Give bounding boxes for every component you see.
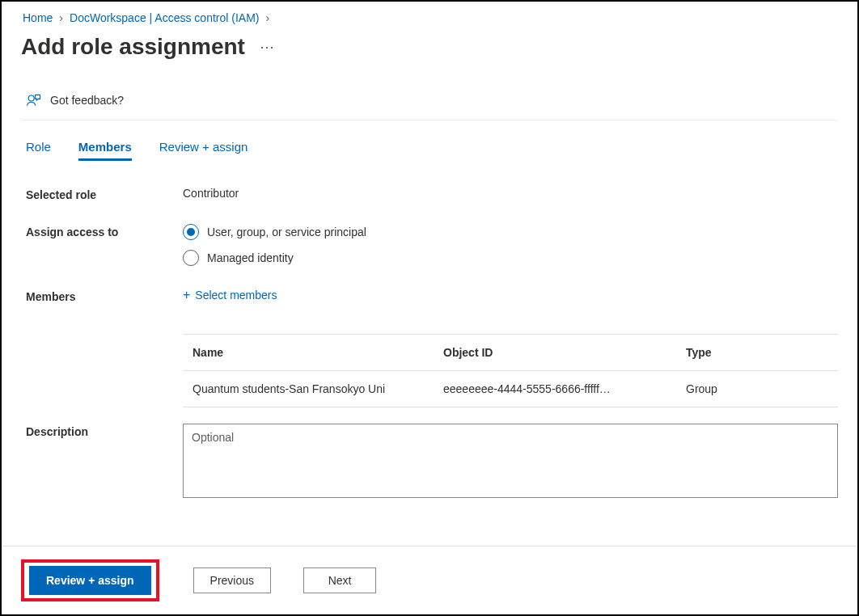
radio-managed-identity-label: Managed identity [207,251,294,264]
members-label: Members [26,289,183,303]
col-header-object-id[interactable]: Object ID [434,335,676,371]
description-label: Description [26,424,183,438]
tab-members[interactable]: Members [78,140,132,161]
col-header-name[interactable]: Name [183,335,434,371]
previous-button[interactable]: Previous [193,567,271,593]
got-feedback-link[interactable]: Got feedback? [21,84,838,120]
radio-unchecked-icon [183,250,199,266]
radio-managed-identity[interactable]: Managed identity [183,250,838,266]
cell-type: Group [676,371,838,407]
more-actions-icon[interactable]: ⋯ [260,38,275,56]
tab-review-assign[interactable]: Review + assign [159,140,248,161]
breadcrumb-workspace[interactable]: DocWorkspace | Access control (IAM) [70,11,259,24]
radio-user-group[interactable]: User, group, or service principal [183,224,838,240]
cell-name: Quantum students-San Fransokyo Uni [183,371,434,407]
footer-actions: Review + assign Previous Next [2,546,857,614]
assign-access-label: Assign access to [26,224,183,238]
cell-object-id: eeeeeeee-4444-5555-6666-fffff… [434,371,676,407]
review-assign-button[interactable]: Review + assign [29,566,151,595]
breadcrumb: Home › DocWorkspace | Access control (IA… [21,8,838,34]
next-button[interactable]: Next [303,567,376,593]
feedback-label: Got feedback? [50,94,124,107]
breadcrumb-home[interactable]: Home [23,11,53,24]
select-members-link[interactable]: + Select members [183,289,838,302]
select-members-text: Select members [195,289,277,302]
chevron-right-icon: › [59,11,63,24]
radio-user-group-label: User, group, or service principal [207,226,366,238]
feedback-icon [26,92,42,108]
selected-role-value: Contributor [183,187,838,200]
table-row[interactable]: Quantum students-San Fransokyo Uni eeeee… [183,371,838,407]
plus-icon: + [183,289,190,302]
page-title: Add role assignment [21,34,245,60]
svg-point-0 [28,95,34,101]
members-table: Name Object ID Type Quantum students-San… [183,335,838,407]
review-assign-highlight: Review + assign [21,559,159,601]
radio-checked-icon [183,224,199,240]
tabs: Role Members Review + assign [21,120,838,161]
selected-role-label: Selected role [26,187,183,201]
description-textarea[interactable] [183,424,838,498]
chevron-right-icon: › [265,11,269,24]
tab-role[interactable]: Role [26,140,51,161]
col-header-type[interactable]: Type [676,335,838,371]
